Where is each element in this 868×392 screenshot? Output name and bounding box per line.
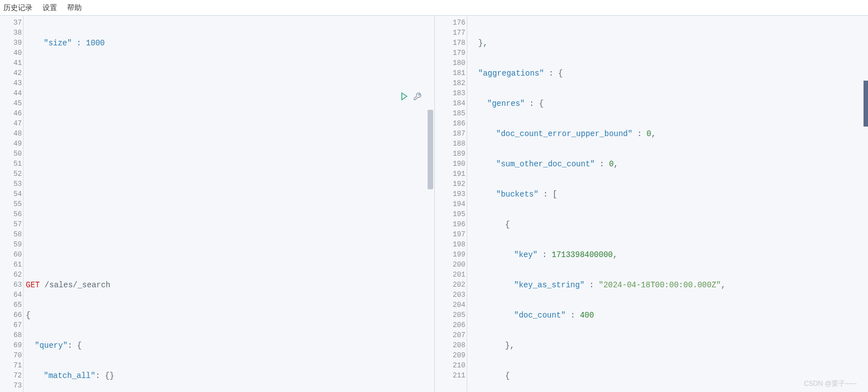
menu-item-settings[interactable]: 设置 (43, 3, 57, 13)
menu-item-help[interactable]: 帮助 (67, 3, 82, 13)
menu-bar: 历史记录 设置 帮助 (0, 0, 868, 16)
run-query-icon[interactable] (400, 92, 409, 103)
http-url: /sales/_search (40, 281, 110, 290)
wrench-icon[interactable] (413, 92, 422, 103)
code-text: "query" (35, 341, 68, 350)
svg-point-0 (419, 94, 420, 95)
http-method: GET (26, 281, 40, 290)
code-text: { (26, 311, 30, 320)
menu-item-history[interactable]: 历史记录 (3, 3, 32, 13)
scrollbar-track (426, 16, 434, 392)
response-viewer-pane: ‖ 176▴177▾178▾179180181▾182▾183184185186… (434, 16, 869, 392)
watermark-text: CSDN @栗子~~~ (804, 379, 857, 389)
request-editor-pane: 373839▾40414243444546▾47▾4849▴50▾51▾52▾5… (0, 16, 434, 392)
main-split: 373839▾40414243444546▾47▾4849▴50▾51▾52▾5… (0, 16, 868, 392)
scrollbar-thumb[interactable] (428, 110, 433, 189)
code-text: "size" : 1000 (44, 39, 105, 48)
line-gutter-right: 176▴177▾178▾179180181▾182▾183184185186▴1… (435, 16, 467, 392)
code-text: "match_all" (44, 371, 95, 380)
response-code-area[interactable]: }, "aggregations" : { "genres" : { "doc_… (467, 16, 869, 392)
request-code-area[interactable]: "size" : 1000 GET /sales/_search { "quer… (24, 16, 434, 392)
line-gutter-left: 373839▾40414243444546▾47▾4849▴50▾51▾52▾5… (0, 16, 24, 392)
request-action-buttons (400, 92, 422, 103)
side-accent-bar (864, 81, 868, 127)
